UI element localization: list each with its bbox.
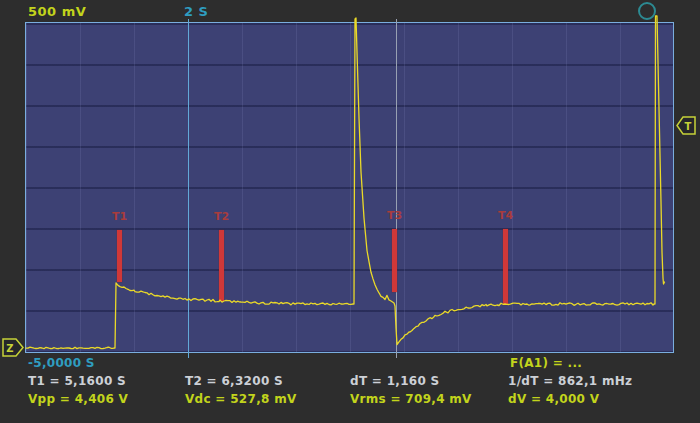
function-readout: F(A1) = ... — [510, 356, 582, 370]
vdc-readout: Vdc = 527,8 mV — [185, 392, 297, 406]
time-scale-label: 2 S — [184, 4, 208, 19]
trigger-level-tag[interactable]: T — [676, 116, 696, 135]
dt-readout: dT = 1,160 S — [350, 374, 440, 388]
vpp-readout: Vpp = 4,406 V — [28, 392, 128, 406]
t1-time-readout: T1 = 5,1600 S — [28, 374, 126, 388]
left-edge-time-readout: -5,0000 S — [28, 356, 95, 370]
z-tag-label: Z — [6, 343, 13, 354]
vertical-scale-label: 500 mV — [28, 4, 86, 19]
vrms-readout: Vrms = 709,4 mV — [350, 392, 472, 406]
oscilloscope-screen: 500 mV 2 S T1T2T3T4 Z T -5,0000 S T1 = 5… — [0, 0, 700, 423]
status-circle-icon — [638, 2, 656, 20]
waveform-trace — [25, 22, 674, 353]
t-tag-label: T — [685, 121, 692, 132]
t2-time-readout: T2 = 6,3200 S — [185, 374, 283, 388]
z-reference-tag[interactable]: Z — [2, 338, 25, 357]
channel1-trace — [26, 16, 665, 349]
inverse-dt-readout: 1/dT = 862,1 mHz — [508, 374, 632, 388]
dv-readout: dV = 4,000 V — [508, 392, 599, 406]
